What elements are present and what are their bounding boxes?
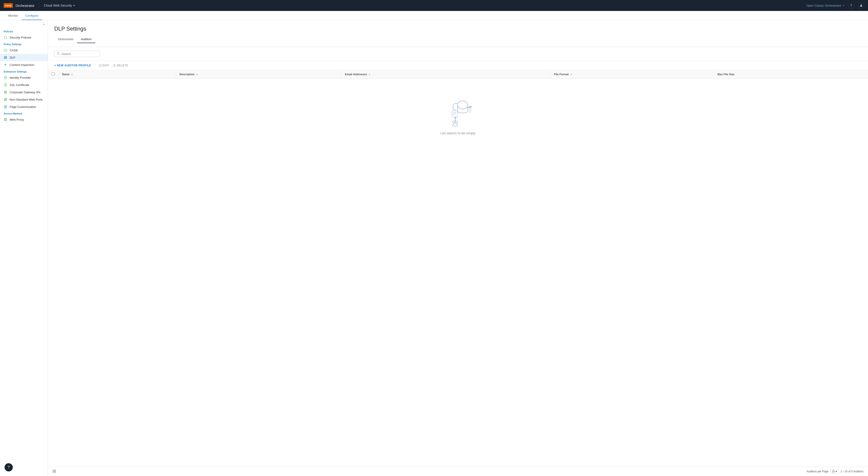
help-button[interactable]: ? [848,2,854,9]
cloud-icon [4,49,7,52]
svg-rect-17 [6,118,7,119]
svg-rect-14 [4,100,5,101]
sidebar-collapse-btn[interactable]: « [0,20,48,28]
max-file-size-column-label: Max File Size [717,73,735,76]
svg-rect-18 [4,120,5,121]
max-file-size-column-header: Max File Size [714,70,868,79]
sidebar-item-label: DLP [9,56,15,59]
vmw-logo: vmw [4,3,13,8]
file-format-column-header: File Format ▼ [550,70,714,79]
chevron-down-icon: ▾ [73,4,75,7]
per-page-label: Auditors per Page [807,470,829,473]
svg-rect-1 [4,56,5,57]
sidebar-section-enterprise: Enterprise Settings [0,68,48,74]
sidebar-item-identity-provider[interactable]: Identity Provider [0,74,48,81]
action-buttons: + NEW AUDITOR PROFILE EDIT DELETE [48,61,868,70]
name-filter-icon[interactable]: ▼ [71,73,73,76]
svg-rect-6 [4,77,7,79]
product-name: Cloud Web Security [44,4,72,7]
svg-rect-34 [53,471,54,473]
svg-rect-16 [4,118,5,119]
sidebar-item-corporate-gateway-ips[interactable]: Corporate Gateway IPs [0,89,48,96]
per-page-chevron: ▾ [836,470,837,473]
svg-point-22 [458,101,468,109]
footer-toggle-icon[interactable] [53,469,56,474]
product-selector[interactable]: Cloud Web Security ▾ [44,4,74,7]
sidebar-item-ssl-certificate[interactable]: SSL Certificate [0,81,48,89]
search-input[interactable] [62,52,97,56]
table-header: Name ▼ Description ▼ Ema [48,70,868,79]
edit-icon [4,105,7,108]
content-tabs: Dictionaries Auditors [54,36,862,43]
svg-rect-4 [6,58,7,59]
tab-auditors[interactable]: Auditors [77,36,95,43]
sidebar-item-dlp[interactable]: DLP [0,54,48,61]
email-column-label: Email Addresses [345,73,367,76]
sparkle-icon [4,63,7,67]
sidebar-item-page-customization[interactable]: Page Customization [0,103,48,110]
edit-button[interactable]: EDIT [99,64,109,67]
empty-illustration [444,97,472,127]
pagination-info: 1 - 10 of 0 Auditors [840,470,863,473]
svg-line-21 [59,54,59,55]
tab-monitor[interactable]: Monitor [5,12,22,20]
table-footer: Auditors per Page 10 ▾ 1 - 10 of 0 Audit… [48,467,868,476]
certificate-icon [4,83,7,87]
main-content: DLP Settings Dictionaries Auditors + NEW… [48,20,868,476]
file-format-filter-icon[interactable]: ▼ [570,73,572,76]
nav-right: Open Classic Orchestrator ↗ ? [806,2,864,9]
sidebar-item-non-standard-web-ports[interactable]: Non-Standard Web Ports [0,96,48,103]
proxy-icon [4,118,7,121]
svg-rect-3 [4,58,5,59]
select-all-checkbox[interactable] [52,72,55,75]
body-layout: « Policies Security Policies Policy Sett… [0,20,868,476]
email-column-header: Email Addresses ▼ [341,70,550,79]
email-filter-icon[interactable]: ▼ [368,73,370,76]
sidebar-item-label: Corporate Gateway IPs [9,91,40,94]
new-auditor-profile-button[interactable]: + NEW AUDITOR PROFILE [54,64,91,67]
sidebar-item-content-inspection[interactable]: Content Inspection [0,61,48,68]
collapse-icon[interactable]: « [43,22,45,26]
sidebar-item-security-policies[interactable]: Security Policies [0,34,48,41]
page-title: DLP Settings [54,26,862,32]
grid-icon [4,56,7,59]
lock-icon [4,76,7,80]
svg-rect-15 [6,100,7,101]
per-page-value: 10 [832,470,835,473]
svg-point-20 [57,53,59,55]
footer-left [53,469,56,474]
svg-rect-9 [6,91,7,92]
sidebar-item-web-proxy[interactable]: Web Proxy [0,116,48,123]
svg-rect-12 [4,98,5,99]
search-box[interactable] [54,51,100,57]
tab-dictionaries[interactable]: Dictionaries [54,36,77,43]
svg-rect-7 [4,85,7,86]
name-column-label: Name [62,73,69,76]
sidebar-item-label: Page Customization [9,105,36,108]
sidebar-section-policy-settings: Policy Settings [0,41,48,46]
description-column-label: Description [180,73,194,76]
open-classic-link[interactable]: Open Classic Orchestrator ↗ [806,4,844,7]
data-table: Name ▼ Description ▼ Ema [48,70,868,79]
per-page-select[interactable]: 10 ▾ [830,469,839,474]
svg-rect-28 [452,110,457,117]
sidebar-section-access-method: Access Method [0,110,48,116]
footer-right: Auditors per Page 10 ▾ 1 - 10 of 0 Audit… [807,469,863,474]
sidebar-item-label: Non-Standard Web Ports [9,98,43,101]
app-name: Orchestrator [16,4,34,7]
svg-rect-32 [53,470,54,471]
sidebar-item-label: Identity Provider [9,76,31,80]
tab-configure[interactable]: Configure [22,12,42,20]
name-column-header: Name ▼ [58,70,176,79]
sidebar-item-casb[interactable]: CASB [0,46,48,54]
svg-marker-5 [4,63,7,66]
description-filter-icon[interactable]: ▼ [196,73,198,76]
nav-left: vmw Orchestrator Cloud Web Security ▾ [4,3,75,8]
svg-rect-2 [6,56,7,57]
user-button[interactable] [858,2,864,9]
toolbar [48,47,868,61]
svg-point-0 [861,4,862,5]
help-fab-button[interactable]: ? [5,463,13,471]
svg-line-23 [469,108,471,113]
delete-button[interactable]: DELETE [113,64,128,67]
